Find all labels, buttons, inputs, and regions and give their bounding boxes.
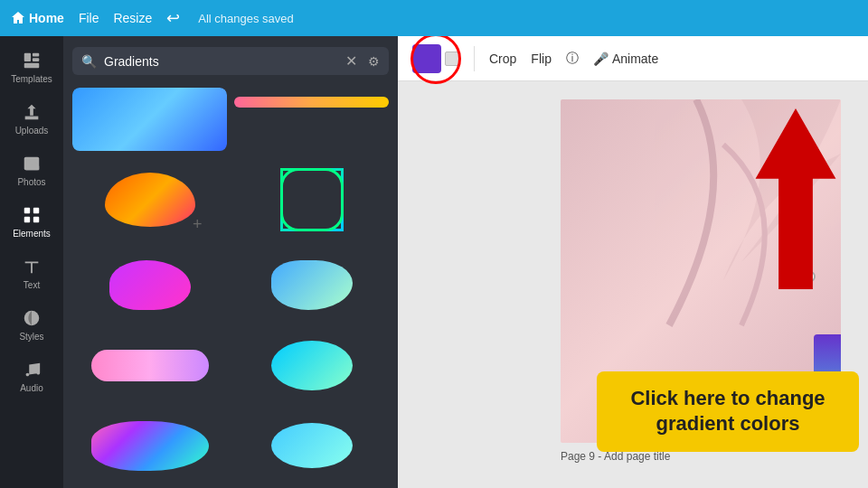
svg-rect-9	[33, 217, 39, 222]
search-filter-button[interactable]: ⚙	[368, 54, 380, 69]
gradient-color-swatch[interactable]	[412, 44, 441, 73]
sidebar-item-templates-label: Templates	[11, 74, 52, 84]
sidebar-item-photos[interactable]: Photos	[0, 146, 63, 194]
toolbar-separator	[474, 46, 475, 71]
saved-status: All changes saved	[198, 12, 294, 25]
sidebar-item-elements[interactable]: Elements	[0, 198, 63, 246]
topbar: Home File Resize ↩ All changes saved	[0, 0, 868, 36]
sidebar-item-audio[interactable]: Audio	[0, 352, 63, 400]
svg-rect-2	[33, 58, 39, 61]
animate-button[interactable]: 🎤 Animate	[593, 52, 658, 66]
list-item[interactable]: +	[72, 159, 227, 241]
canvas-content: Page 9 - Add page title Click here to ch…	[398, 81, 868, 488]
list-item[interactable]	[72, 409, 227, 483]
flip-button[interactable]: Flip	[531, 52, 552, 66]
gradient-grid: +	[63, 82, 398, 488]
svg-rect-8	[24, 217, 30, 222]
sidebar: Templates Uploads Photos Elements Text S…	[0, 36, 63, 488]
sidebar-item-elements-label: Elements	[13, 229, 51, 239]
home-button[interactable]: Home	[11, 11, 64, 25]
sidebar-item-photos-label: Photos	[17, 177, 45, 187]
annotation-box: Click here to change gradient colors	[597, 371, 859, 452]
list-item[interactable]	[234, 159, 389, 241]
main-area: Templates Uploads Photos Elements Text S…	[0, 36, 868, 488]
list-item[interactable]	[72, 329, 227, 402]
svg-rect-3	[24, 63, 40, 69]
resize-menu[interactable]: Resize	[113, 11, 152, 25]
color-swatch-wrapper	[412, 44, 459, 73]
search-input[interactable]	[104, 54, 338, 69]
svg-rect-1	[33, 53, 39, 57]
crop-button[interactable]: Crop	[489, 52, 516, 66]
search-bar: 🔍 ✕ ⚙	[72, 47, 389, 75]
sidebar-item-styles-label: Styles	[19, 332, 43, 342]
secondary-color-swatch[interactable]	[445, 52, 459, 66]
sidebar-item-styles[interactable]: Styles	[0, 301, 63, 349]
sidebar-item-text-label: Text	[24, 280, 40, 290]
sidebar-item-uploads-label: Uploads	[15, 126, 49, 136]
sidebar-item-templates[interactable]: Templates	[0, 43, 63, 91]
list-item[interactable]	[234, 329, 389, 402]
svg-point-5	[27, 160, 31, 164]
svg-rect-0	[24, 53, 31, 61]
svg-marker-11	[756, 108, 836, 289]
red-arrow	[741, 108, 850, 289]
list-item[interactable]	[72, 249, 227, 322]
search-icon: 🔍	[81, 54, 97, 69]
list-item[interactable]	[234, 249, 389, 322]
list-item[interactable]	[234, 88, 389, 152]
sidebar-item-uploads[interactable]: Uploads	[0, 95, 63, 143]
canvas-area: Crop Flip ⓘ 🎤 Animate	[398, 36, 868, 488]
annotation-text: Click here to change gradient colors	[615, 386, 841, 437]
sidebar-item-text[interactable]: Text	[0, 249, 63, 297]
mic-icon: 🎤	[593, 52, 609, 66]
list-item[interactable]	[72, 88, 227, 152]
info-button[interactable]: ⓘ	[566, 51, 579, 67]
undo-button[interactable]: ↩	[166, 8, 180, 28]
page-label[interactable]: Page 9 - Add page title	[561, 450, 670, 463]
svg-rect-6	[24, 208, 30, 213]
file-menu[interactable]: File	[79, 11, 99, 25]
list-item[interactable]	[234, 409, 389, 483]
home-label: Home	[29, 11, 64, 25]
sidebar-item-audio-label: Audio	[20, 383, 43, 393]
svg-rect-7	[33, 208, 39, 213]
search-clear-button[interactable]: ✕	[345, 52, 357, 70]
elements-panel: 🔍 ✕ ⚙ +	[63, 36, 398, 488]
canvas-toolbar: Crop Flip ⓘ 🎤 Animate	[398, 36, 868, 81]
